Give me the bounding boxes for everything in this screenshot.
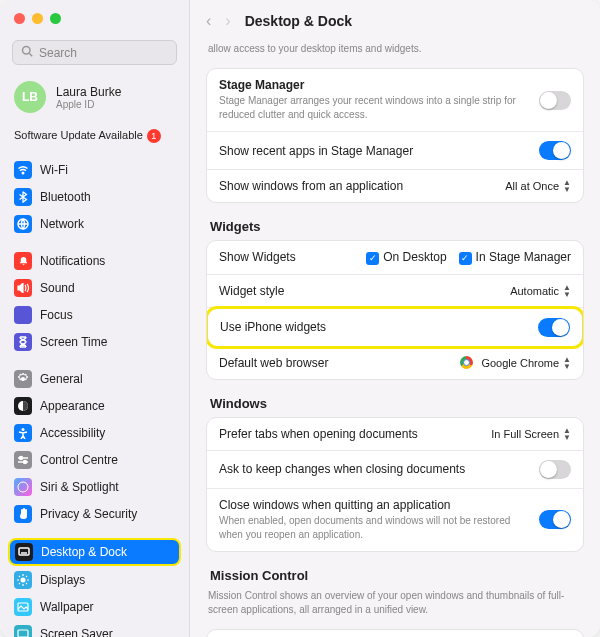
- moon-icon: [14, 306, 32, 324]
- default-browser-row: Default web browser Google Chrome▲▼: [207, 347, 583, 379]
- stage-windows-row: Show windows from an application All at …: [207, 170, 583, 202]
- sidebar-item-wifi[interactable]: Wi-Fi: [8, 157, 181, 183]
- screensaver-icon: [14, 625, 32, 637]
- svg-point-11: [18, 482, 28, 492]
- sidebar-item-notifications[interactable]: Notifications: [8, 248, 181, 274]
- svg-line-22: [26, 576, 27, 577]
- sidebar: Search LB Laura Burke Apple ID Software …: [0, 0, 190, 637]
- widgets-card: Show Widgets ✓On Desktop ✓In Stage Manag…: [206, 240, 584, 380]
- sidebar-item-displays[interactable]: Displays: [8, 567, 181, 593]
- default-browser-popup[interactable]: Google Chrome▲▼: [460, 356, 571, 370]
- brightness-icon: [14, 571, 32, 589]
- auto-rearrange-row: Automatically rearrange Spaces based on …: [207, 630, 583, 638]
- nav-forward[interactable]: ›: [225, 12, 230, 30]
- user-name: Laura Burke: [56, 85, 121, 99]
- apple-id-row[interactable]: LB Laura Burke Apple ID: [8, 75, 181, 125]
- updown-icon: ▲▼: [563, 427, 571, 441]
- ask-changes-toggle[interactable]: [539, 460, 571, 479]
- windows-heading: Windows: [206, 394, 584, 417]
- show-widgets-row: Show Widgets ✓On Desktop ✓In Stage Manag…: [207, 241, 583, 275]
- search-placeholder: Search: [39, 46, 77, 60]
- software-update-badge: 1: [147, 129, 161, 143]
- stage-manager-card: Stage Manager Stage Manager arranges you…: [206, 68, 584, 203]
- stage-manager-row: Stage Manager Stage Manager arranges you…: [207, 69, 583, 132]
- accessibility-icon: [14, 424, 32, 442]
- window-zoom[interactable]: [50, 13, 61, 24]
- stage-recent-row: Show recent apps in Stage Manager: [207, 132, 583, 170]
- sidebar-item-general[interactable]: General: [8, 366, 181, 392]
- mission-heading: Mission Control: [206, 566, 584, 589]
- network-icon: [14, 215, 32, 233]
- bell-icon: [14, 252, 32, 270]
- iphone-widgets-row: Use iPhone widgets: [206, 306, 584, 349]
- svg-point-10: [24, 461, 27, 464]
- sidebar-item-appearance[interactable]: Appearance: [8, 393, 181, 419]
- close-windows-toggle[interactable]: [539, 510, 571, 529]
- prefer-tabs-popup[interactable]: In Full Screen▲▼: [491, 427, 571, 441]
- bluetooth-icon: [14, 188, 32, 206]
- sidebar-item-network[interactable]: Network: [8, 211, 181, 237]
- wallpaper-icon: [14, 598, 32, 616]
- on-desktop-checkbox[interactable]: ✓On Desktop: [366, 250, 446, 265]
- sound-icon: [14, 279, 32, 297]
- svg-line-21: [19, 583, 20, 584]
- sidebar-item-wallpaper[interactable]: Wallpaper: [8, 594, 181, 620]
- widget-style-popup[interactable]: Automatic▲▼: [510, 284, 571, 298]
- in-stage-manager-checkbox[interactable]: ✓In Stage Manager: [459, 250, 571, 265]
- checkmark-icon: ✓: [459, 252, 472, 265]
- chrome-icon: [460, 356, 473, 369]
- windows-card: Prefer tabs when opening documents In Fu…: [206, 417, 584, 552]
- updown-icon: ▲▼: [563, 179, 571, 193]
- sidebar-item-control-centre[interactable]: Control Centre: [8, 447, 181, 473]
- sidebar-item-sound[interactable]: Sound: [8, 275, 181, 301]
- nav-back[interactable]: ‹: [206, 12, 211, 30]
- hand-icon: [14, 505, 32, 523]
- svg-point-0: [23, 47, 31, 55]
- ask-changes-row: Ask to keep changes when closing documen…: [207, 451, 583, 489]
- svg-rect-12: [19, 548, 29, 555]
- prefer-tabs-row: Prefer tabs when opening documents In Fu…: [207, 418, 583, 451]
- updown-icon: ▲▼: [563, 284, 571, 298]
- svg-line-1: [29, 53, 32, 56]
- truncated-desc: allow access to your desktop items and w…: [206, 38, 584, 68]
- hourglass-icon: [14, 333, 32, 351]
- checkmark-icon: ✓: [366, 252, 379, 265]
- software-update-label: Software Update Available: [14, 129, 143, 141]
- sidebar-item-accessibility[interactable]: Accessibility: [8, 420, 181, 446]
- sidebar-item-bluetooth[interactable]: Bluetooth: [8, 184, 181, 210]
- iphone-widgets-toggle[interactable]: [538, 318, 570, 337]
- gear-icon: [14, 370, 32, 388]
- search-icon: [21, 45, 33, 60]
- user-sub: Apple ID: [56, 99, 121, 110]
- sidebar-item-siri[interactable]: Siri & Spotlight: [8, 474, 181, 500]
- sidebar-item-focus[interactable]: Focus: [8, 302, 181, 328]
- widget-style-row: Widget style Automatic▲▼: [207, 275, 583, 308]
- appearance-icon: [14, 397, 32, 415]
- dock-icon: [15, 543, 33, 561]
- search-field[interactable]: Search: [12, 40, 177, 65]
- page-title: Desktop & Dock: [245, 13, 352, 29]
- svg-line-20: [26, 583, 27, 584]
- stage-windows-popup[interactable]: All at Once▲▼: [505, 179, 571, 193]
- sidebar-item-screen-saver[interactable]: Screen Saver: [8, 621, 181, 637]
- wifi-icon: [14, 161, 32, 179]
- software-update-row[interactable]: Software Update Available 1: [8, 125, 181, 157]
- avatar: LB: [14, 81, 46, 113]
- sidebar-item-screen-time[interactable]: Screen Time: [8, 329, 181, 355]
- window-minimize[interactable]: [32, 13, 43, 24]
- sidebar-item-desktop-dock[interactable]: Desktop & Dock: [8, 538, 181, 566]
- svg-point-14: [21, 578, 26, 583]
- stage-recent-toggle[interactable]: [539, 141, 571, 160]
- updown-icon: ▲▼: [563, 356, 571, 370]
- svg-point-6: [22, 428, 25, 431]
- svg-point-8: [20, 457, 23, 460]
- window-close[interactable]: [14, 13, 25, 24]
- content-pane: ‹ › Desktop & Dock allow access to your …: [190, 0, 600, 637]
- svg-rect-24: [18, 630, 28, 637]
- stage-manager-toggle[interactable]: [539, 91, 571, 110]
- svg-point-2: [22, 172, 24, 174]
- widgets-heading: Widgets: [206, 217, 584, 240]
- svg-line-19: [19, 576, 20, 577]
- sidebar-item-privacy[interactable]: Privacy & Security: [8, 501, 181, 527]
- mission-desc: Mission Control shows an overview of you…: [206, 589, 584, 629]
